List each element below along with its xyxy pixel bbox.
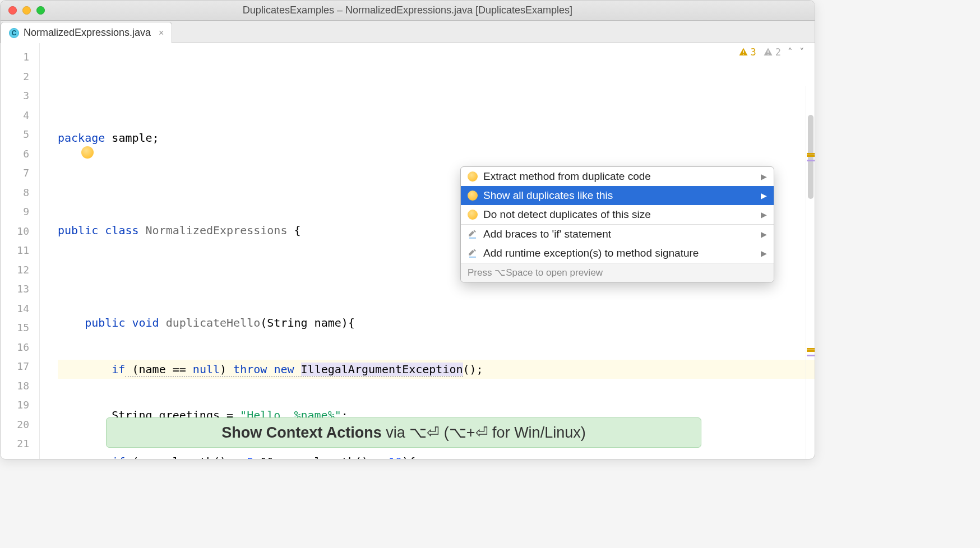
submenu-arrow-icon: ▶	[761, 191, 767, 200]
line-number: 15	[1, 318, 39, 338]
line-number: 16	[1, 338, 39, 357]
inspection-summary[interactable]: 3 2 ˄ ˅	[738, 47, 805, 58]
line-number: 21	[1, 434, 39, 454]
tip-banner: Show Context Actions via ⌥⏎ (⌥+⏎ for Win…	[106, 417, 701, 448]
keyword: void	[132, 316, 159, 329]
menu-item[interactable]: Add runtime exception(s) to method signa…	[461, 244, 774, 263]
chevron-down-icon[interactable]: ˅	[799, 47, 805, 58]
edit-icon	[468, 229, 478, 239]
keyword: if	[112, 455, 125, 460]
menu-item-label: Do not detect duplicates of this size	[483, 208, 651, 221]
menu-item[interactable]: Show all duplicates like this▶	[461, 186, 774, 205]
line-number-gutter: 123456789101112131415161718192021	[1, 43, 40, 459]
editor-tab[interactable]: C NormalizedExpressions.java ×	[1, 22, 172, 43]
line-number: 11	[1, 241, 39, 261]
tab-label: NormalizedExpressions.java	[24, 27, 151, 39]
line-number: 5	[1, 125, 39, 145]
bulb-icon	[468, 210, 478, 220]
line-number: 19	[1, 396, 39, 415]
menu-item-label: Add runtime exception(s) to method signa…	[483, 247, 699, 259]
class-name: NormalizedExpressions	[146, 224, 288, 237]
line-number: 14	[1, 299, 39, 319]
line-number: 10	[1, 222, 39, 242]
edit-icon	[468, 248, 478, 258]
svg-rect-1	[743, 54, 744, 55]
menu-item-label: Extract method from duplicate code	[483, 170, 651, 183]
keyword: class	[105, 224, 138, 237]
menu-item[interactable]: Do not detect duplicates of this size▶	[461, 205, 774, 224]
submenu-arrow-icon: ▶	[761, 172, 767, 181]
window-title: DuplicatesExamples – NormalizedExpressio…	[1, 4, 815, 16]
bulb-icon	[468, 191, 478, 201]
code-text: {	[287, 224, 301, 237]
line-number: 7	[1, 164, 39, 183]
submenu-arrow-icon: ▶	[761, 249, 767, 258]
duplicate-region: (name == null) throw new IllegalArgument…	[125, 363, 463, 377]
code-text: (String name){	[260, 316, 355, 329]
fold-gutter	[40, 43, 56, 459]
info-mark[interactable]	[807, 160, 815, 161]
code-text: (name.length() >	[125, 455, 247, 460]
svg-rect-0	[743, 50, 744, 53]
warning-mark[interactable]	[807, 155, 815, 157]
keyword: new	[274, 363, 294, 376]
chevron-up-icon[interactable]: ˄	[788, 47, 793, 58]
line-number: 1	[1, 48, 39, 67]
editor-tabs: C NormalizedExpressions.java ×	[1, 21, 815, 43]
line-number: 17	[1, 357, 39, 377]
tip-text: via ⌥⏎ (⌥+⏎ for Win/Linux)	[382, 424, 586, 441]
line-number: 9	[1, 202, 39, 222]
menu-item[interactable]: Extract method from duplicate code▶	[461, 167, 774, 186]
warning-icon	[738, 47, 748, 57]
keyword: public	[85, 316, 125, 329]
warning-mark[interactable]	[807, 153, 815, 155]
svg-rect-2	[768, 50, 769, 53]
number: 5	[247, 455, 253, 460]
scrollbar-thumb[interactable]	[808, 115, 813, 199]
keyword: package	[58, 131, 105, 145]
ide-window: DuplicatesExamples – NormalizedExpressio…	[0, 0, 815, 459]
keyword: null	[193, 363, 220, 376]
warnings-count[interactable]: 3	[738, 47, 756, 58]
weak-warning-icon	[763, 47, 773, 57]
line-number: 20	[1, 415, 39, 435]
line-number: 13	[1, 280, 39, 299]
code-text: && name.length() <	[253, 455, 389, 460]
line-number: 12	[1, 261, 39, 280]
line-number: 6	[1, 145, 39, 164]
intention-actions-popup[interactable]: Extract method from duplicate code▶Show …	[460, 166, 774, 282]
line-number: 8	[1, 183, 39, 203]
code-text: ();	[463, 363, 483, 376]
code-text: sample;	[105, 131, 159, 145]
highlighted-line: if (name == null) throw new IllegalArgum…	[58, 360, 815, 379]
submenu-arrow-icon: ▶	[761, 210, 767, 219]
bulb-icon	[468, 171, 478, 182]
keyword: if	[112, 363, 125, 376]
menu-footer: Press ⌥Space to open preview	[461, 263, 774, 282]
line-number: 18	[1, 377, 39, 396]
method-name: duplicateHello	[166, 316, 261, 329]
code-text: ){	[402, 455, 415, 460]
number: 10	[389, 455, 402, 460]
keyword: public	[58, 224, 98, 237]
menu-item[interactable]: Add braces to 'if' statement▶	[461, 225, 774, 244]
warning-mark[interactable]	[807, 348, 815, 350]
menu-item-label: Show all duplicates like this	[483, 189, 613, 202]
tip-bold: Show Context Actions	[221, 424, 382, 441]
close-tab-icon[interactable]: ×	[159, 28, 164, 38]
intention-bulb-icon[interactable]	[81, 146, 94, 159]
titlebar: DuplicatesExamples – NormalizedExpressio…	[1, 1, 815, 21]
svg-rect-3	[768, 54, 769, 55]
weak-warnings-count[interactable]: 2	[763, 47, 781, 58]
line-number: 4	[1, 106, 39, 126]
submenu-arrow-icon: ▶	[761, 230, 767, 239]
menu-item-label: Add braces to 'if' statement	[483, 228, 611, 240]
selection: IllegalArgumentException	[301, 363, 463, 376]
warning-mark[interactable]	[807, 350, 815, 352]
java-class-icon: C	[9, 28, 19, 38]
keyword: throw	[233, 363, 267, 376]
line-number: 2	[1, 67, 39, 87]
line-number: 3	[1, 86, 39, 106]
info-mark[interactable]	[807, 355, 815, 356]
error-stripe[interactable]	[806, 86, 815, 459]
